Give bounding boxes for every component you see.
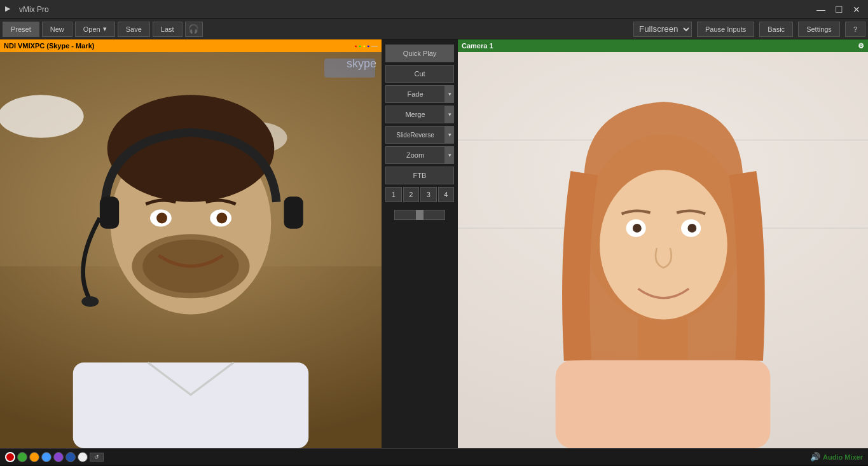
headphone-button[interactable]: 🎧 <box>185 22 203 37</box>
new-button[interactable]: New <box>42 22 72 37</box>
zoom-dropdown[interactable]: ▾ <box>445 146 454 164</box>
slide-reverse-group: SlideReverse ▾ <box>385 126 454 144</box>
color-palette: ↺ <box>0 449 109 465</box>
svg-point-15 <box>156 213 167 224</box>
preview-green-icon: ▪ <box>359 43 361 50</box>
audio-mixer-header: 🔊 Audio Mixer <box>810 452 863 462</box>
quick-play-button[interactable]: Quick Play <box>385 45 454 62</box>
svg-point-17 <box>142 240 239 293</box>
title-bar: ▶ vMix Pro — ☐ ✕ <box>0 0 868 19</box>
fade-group: Fade ▾ <box>385 85 454 103</box>
preview-blue-icon: ▪ <box>367 43 369 50</box>
menu-bar: Preset New Open ▾ Save Last 🎧 Fullscreen… <box>0 19 868 39</box>
preset-button[interactable]: Preset <box>3 22 39 37</box>
save-button[interactable]: Save <box>118 22 150 37</box>
color-green[interactable] <box>17 452 27 462</box>
merge-group: Merge ▾ <box>385 106 454 123</box>
color-orange[interactable] <box>29 452 39 462</box>
ftb-button[interactable]: FTB <box>385 167 454 184</box>
transition-numbers: 1 2 3 4 <box>385 187 454 202</box>
window-controls: — ☐ ✕ <box>815 3 863 16</box>
last-button[interactable]: Last <box>153 22 183 37</box>
color-blue-light[interactable] <box>41 452 52 462</box>
slide-reverse-button[interactable]: SlideReverse <box>385 126 445 144</box>
svg-point-11 <box>81 296 99 307</box>
color-red[interactable] <box>5 452 15 462</box>
transition-slider-container <box>385 206 454 220</box>
transition-controls: Quick Play Cut Fade ▾ Merge ▾ SlideRever… <box>382 39 458 448</box>
fullscreen-select[interactable]: Fullscreen <box>633 22 692 37</box>
output-settings-icon[interactable]: ⚙ <box>858 42 864 50</box>
preview-video: skype <box>0 52 382 448</box>
merge-button[interactable]: Merge <box>385 106 445 123</box>
color-blue-dark[interactable] <box>65 452 76 462</box>
color-white[interactable] <box>78 452 88 462</box>
close-button[interactable]: ✕ <box>850 3 863 16</box>
transition-slider[interactable] <box>394 210 445 220</box>
output-section: Camera 1 ⚙ <box>458 39 868 448</box>
strip-top: ↺ 🔊 Audio Mixer <box>0 448 868 465</box>
basic-button[interactable]: Basic <box>759 22 793 37</box>
fade-button[interactable]: Fade <box>385 85 445 103</box>
output-video <box>458 52 868 448</box>
preview-controls: ▪ ▪ ▪ ▪ — <box>355 43 378 50</box>
svg-point-16 <box>216 213 227 224</box>
svg-point-28 <box>633 224 642 233</box>
minimize-button[interactable]: — <box>815 3 827 16</box>
open-button[interactable]: Open ▾ <box>75 22 115 37</box>
main-area: NDI VMIXPC (Skype - Mark) ▪ ▪ ▪ ▪ — <box>0 39 868 448</box>
preview-minimize-icon[interactable]: — <box>371 43 378 50</box>
zoom-group: Zoom ▾ <box>385 146 454 164</box>
menu-right: Fullscreen Pause Inputs Basic Settings ? <box>633 22 865 37</box>
transition-num-4[interactable]: 4 <box>438 187 455 202</box>
settings-button[interactable]: Settings <box>798 22 840 37</box>
output-image <box>458 52 868 448</box>
svg-rect-10 <box>284 196 303 229</box>
help-button[interactable]: ? <box>845 22 865 37</box>
slide-reverse-dropdown[interactable]: ▾ <box>445 126 454 144</box>
pause-inputs-button[interactable]: Pause Inputs <box>697 22 754 37</box>
svg-point-4 <box>0 95 84 137</box>
output-content <box>458 52 868 448</box>
svg-rect-9 <box>100 196 119 229</box>
skype-logo: skype <box>347 57 376 71</box>
app-icon: ▶ <box>5 4 15 15</box>
transition-num-2[interactable]: 2 <box>403 187 420 202</box>
audio-mixer-title: Audio Mixer <box>823 453 863 461</box>
svg-rect-12 <box>73 362 308 448</box>
color-purple[interactable] <box>53 452 64 462</box>
app-title: vMix Pro <box>19 5 815 14</box>
preview-image <box>0 52 382 448</box>
preview-content: skype <box>0 52 382 448</box>
transition-num-1[interactable]: 1 <box>385 187 402 202</box>
merge-dropdown[interactable]: ▾ <box>445 106 454 123</box>
preview-yellow-icon: ▪ <box>363 43 366 50</box>
maximize-button[interactable]: ☐ <box>832 3 845 16</box>
loop-button[interactable]: ↺ <box>90 453 104 462</box>
fade-dropdown[interactable]: ▾ <box>445 85 454 103</box>
svg-point-29 <box>687 224 696 233</box>
transition-num-3[interactable]: 3 <box>420 187 437 202</box>
svg-rect-30 <box>556 360 770 448</box>
cut-button[interactable]: Cut <box>385 65 454 83</box>
preview-color-icon: ▪ <box>355 43 357 50</box>
preview-label: NDI VMIXPC (Skype - Mark) ▪ ▪ ▪ ▪ — <box>0 39 382 52</box>
speaker-icon: 🔊 <box>810 452 820 462</box>
preview-section: NDI VMIXPC (Skype - Mark) ▪ ▪ ▪ ▪ — <box>0 39 382 448</box>
zoom-button[interactable]: Zoom <box>385 146 445 164</box>
output-label: Camera 1 ⚙ <box>458 39 868 52</box>
